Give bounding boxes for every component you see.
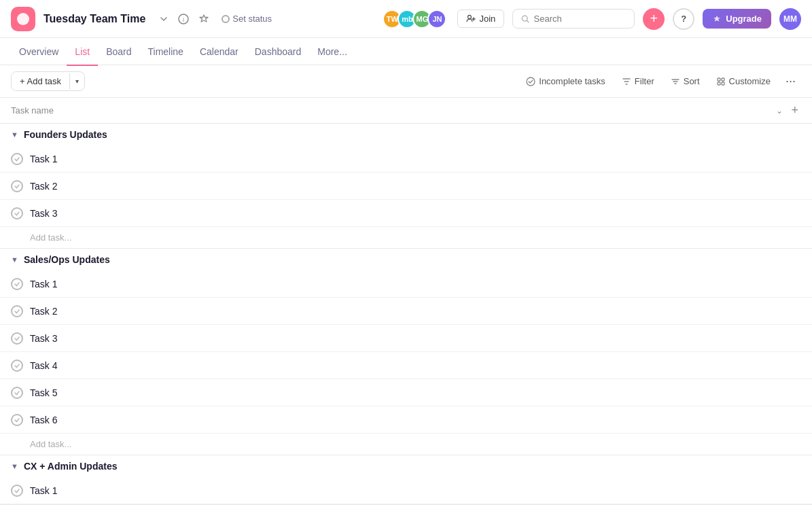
filter-label: Filter — [635, 76, 654, 86]
svg-rect-5 — [718, 78, 720, 81]
task-name-label: Task 5 — [30, 387, 801, 398]
task-check-icon[interactable] — [11, 387, 23, 399]
svg-text:i: i — [183, 16, 184, 23]
table-row[interactable]: Task 3 — [0, 200, 812, 227]
section-cx-admin-updates: ▼ CX + Admin Updates Task 1 — [0, 455, 812, 505]
incomplete-tasks-label: Incomplete tasks — [539, 76, 605, 86]
task-name-label: Task 4 — [30, 360, 801, 371]
table-row[interactable]: Task 4 — [0, 352, 812, 379]
tab-list[interactable]: List — [67, 39, 98, 66]
section-founders-collapse-icon[interactable]: ▼ — [11, 130, 18, 139]
tab-board[interactable]: Board — [98, 39, 139, 66]
set-status-btn[interactable]: Set status — [216, 11, 277, 27]
user-avatar[interactable]: MM — [779, 8, 801, 30]
customize-label: Customize — [729, 76, 771, 86]
join-icon — [466, 14, 476, 24]
search-bar[interactable] — [512, 9, 635, 29]
task-check-icon[interactable] — [11, 153, 23, 165]
task-check-icon[interactable] — [11, 332, 23, 345]
table-row[interactable]: Task 1 — [0, 145, 812, 173]
section-founders-title: Founders Updates — [24, 129, 107, 140]
section-cx-collapse-icon[interactable]: ▼ — [11, 462, 18, 470]
more-btn[interactable]: ··· — [780, 70, 801, 92]
filter-icon — [622, 77, 631, 86]
section-founders-updates: ▼ Founders Updates Task 1 Task 2 Task 3 … — [0, 124, 812, 249]
task-check-icon[interactable] — [11, 207, 23, 220]
search-input[interactable] — [534, 14, 626, 24]
task-check-icon[interactable] — [11, 414, 23, 426]
svg-rect-6 — [722, 78, 724, 81]
add-task-inline-sales[interactable]: Add task... — [0, 434, 812, 455]
task-name-label: Task 6 — [30, 415, 801, 425]
customize-btn[interactable]: Customize — [709, 72, 777, 90]
table-row[interactable]: Task 1 — [0, 270, 812, 298]
toolbar: + Add task ▾ Incomplete tasks Filter Sor… — [0, 65, 812, 98]
section-sales-ops-updates: ▼ Sales/Ops Updates Task 1 Task 2 Task 3 — [0, 249, 812, 455]
star-btn[interactable] — [196, 11, 212, 27]
star-icon — [198, 14, 209, 24]
add-task-main-btn[interactable]: + Add task — [12, 72, 69, 90]
upgrade-label: Upgrade — [726, 14, 762, 24]
add-task-chevron-btn[interactable]: ▾ — [69, 73, 84, 89]
avatar-jn[interactable]: JN — [427, 10, 446, 29]
project-title: Tuesday Team Time — [43, 13, 145, 25]
task-name-label: Task 2 — [30, 306, 801, 317]
help-label: ? — [681, 14, 686, 24]
task-name-column-label: Task name — [11, 105, 776, 116]
section-sales-collapse-icon[interactable]: ▼ — [11, 256, 18, 264]
tab-timeline[interactable]: Timeline — [140, 39, 192, 66]
upgrade-btn[interactable]: Upgrade — [703, 9, 771, 29]
task-name-label: Task 1 — [30, 485, 801, 496]
tab-overview[interactable]: Overview — [11, 39, 67, 66]
svg-rect-8 — [722, 82, 724, 85]
app-logo-icon — [17, 13, 29, 25]
column-add-icon[interactable]: + — [788, 103, 801, 118]
svg-point-4 — [527, 77, 535, 86]
top-nav: Tuesday Team Time i Set status TW mb MG … — [0, 0, 812, 38]
task-check-icon[interactable] — [11, 305, 23, 317]
column-expand-icon[interactable]: ⌄ — [776, 106, 783, 116]
sort-label: Sort — [684, 76, 700, 86]
incomplete-tasks-btn[interactable]: Incomplete tasks — [519, 72, 612, 90]
task-check-icon[interactable] — [11, 360, 23, 372]
search-icon — [521, 14, 529, 24]
info-btn[interactable]: i — [175, 11, 192, 27]
help-btn[interactable]: ? — [673, 8, 694, 30]
app-logo — [11, 7, 35, 31]
section-sales-header[interactable]: ▼ Sales/Ops Updates — [0, 249, 812, 270]
tab-calendar[interactable]: Calendar — [192, 39, 247, 66]
main-content: ▼ Founders Updates Task 1 Task 2 Task 3 … — [0, 124, 812, 526]
tab-dashboard[interactable]: Dashboard — [247, 39, 310, 66]
upgrade-icon — [712, 14, 722, 24]
add-task-inline-founders[interactable]: Add task... — [0, 227, 812, 248]
table-row[interactable]: Task 1 — [0, 477, 812, 504]
svg-rect-7 — [718, 82, 720, 85]
filter-btn[interactable]: Filter — [615, 72, 661, 90]
sort-icon — [671, 77, 680, 86]
join-btn[interactable]: Join — [457, 10, 504, 28]
add-global-btn[interactable]: + — [643, 8, 665, 30]
section-founders-header[interactable]: ▼ Founders Updates — [0, 124, 812, 145]
tab-more[interactable]: More... — [309, 39, 355, 66]
task-check-icon[interactable] — [11, 180, 23, 192]
table-row[interactable]: Task 2 — [0, 298, 812, 325]
section-cx-header[interactable]: ▼ CX + Admin Updates — [0, 455, 812, 477]
info-icon: i — [178, 14, 189, 24]
task-name-label: Task 2 — [30, 181, 801, 192]
table-row[interactable]: Task 3 — [0, 325, 812, 352]
table-row[interactable]: Task 6 — [0, 406, 812, 434]
section-sales-title: Sales/Ops Updates — [24, 254, 110, 265]
svg-point-2 — [468, 15, 472, 18]
sort-btn[interactable]: Sort — [664, 72, 707, 90]
status-circle-icon — [222, 15, 230, 23]
add-task-btn[interactable]: + Add task ▾ — [11, 71, 85, 91]
table-row[interactable]: Task 2 — [0, 173, 812, 200]
table-row[interactable]: Task 5 — [0, 379, 812, 406]
customize-icon — [716, 77, 726, 86]
task-name-label: Task 1 — [30, 154, 801, 164]
title-controls: i Set status — [156, 11, 277, 27]
task-name-label: Task 3 — [30, 208, 801, 219]
task-check-icon[interactable] — [11, 485, 23, 497]
task-check-icon[interactable] — [11, 278, 23, 290]
chevron-down-btn[interactable] — [156, 12, 171, 27]
